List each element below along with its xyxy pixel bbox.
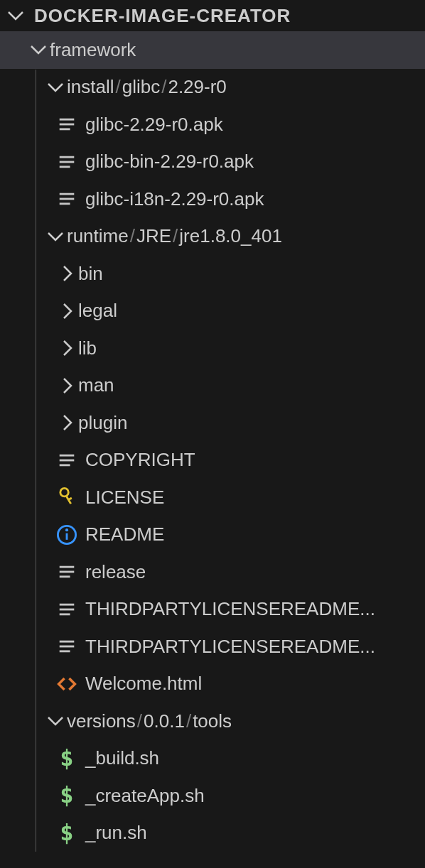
folder-label: plugin — [78, 412, 127, 434]
chevron-down-icon — [44, 710, 67, 732]
folder-install[interactable]: install/glibc/2.29-r0 — [0, 69, 425, 107]
info-icon — [55, 523, 78, 546]
path-separator: / — [173, 225, 178, 247]
file-item[interactable]: README — [0, 516, 425, 554]
chevron-right-icon — [55, 374, 78, 397]
file-item[interactable]: LICENSE — [0, 479, 425, 516]
file-item[interactable]: THIRDPARTYLICENSEREADME... — [0, 591, 425, 629]
code-icon — [55, 673, 78, 695]
file-item[interactable]: THIRDPARTYLICENSEREADME... — [0, 628, 425, 666]
file-label: README — [85, 523, 164, 546]
path-segment: 0.0.1 — [144, 710, 185, 732]
file-label: THIRDPARTYLICENSEREADME... — [85, 598, 375, 620]
chevron-right-icon — [55, 411, 78, 434]
text-file-icon — [55, 449, 78, 472]
path-segment: runtime — [67, 225, 129, 247]
shell-icon — [55, 822, 78, 845]
folder-label: framework — [50, 39, 136, 61]
path-segment: tools — [193, 710, 232, 732]
file-label: glibc-i18n-2.29-r0.apk — [85, 188, 264, 210]
text-file-icon — [55, 560, 78, 583]
root-label: DOCKER-IMAGE-CREATOR — [34, 5, 291, 27]
shell-icon — [55, 784, 78, 807]
file-item[interactable]: release — [0, 553, 425, 591]
file-label: COPYRIGHT — [85, 449, 195, 471]
file-label: glibc-bin-2.29-r0.apk — [85, 151, 254, 173]
file-label: LICENSE — [85, 487, 164, 509]
file-item[interactable]: glibc-bin-2.29-r0.apk — [0, 143, 425, 181]
folder-man[interactable]: man — [0, 367, 425, 405]
file-label: glibc-2.29-r0.apk — [85, 114, 223, 136]
chevron-right-icon — [55, 337, 78, 359]
path-separator: / — [137, 710, 142, 732]
text-file-icon — [55, 113, 78, 136]
path-segment: JRE — [136, 225, 171, 247]
text-file-icon — [55, 635, 78, 658]
file-item[interactable]: Welcome.html — [0, 666, 425, 703]
path-separator: / — [115, 76, 120, 98]
folder-label: bin — [78, 263, 103, 285]
file-item[interactable]: glibc-2.29-r0.apk — [0, 106, 425, 143]
file-label: _build.sh — [85, 747, 159, 769]
indent-guide — [36, 70, 36, 852]
path-segment: 2.29-r0 — [168, 76, 226, 98]
path-separator: / — [186, 710, 191, 732]
file-item[interactable]: COPYRIGHT — [0, 442, 425, 479]
file-item[interactable]: _build.sh — [0, 740, 425, 778]
folder-framework[interactable]: framework — [0, 31, 425, 69]
folder-legal[interactable]: legal — [0, 293, 425, 330]
folder-lib[interactable]: lib — [0, 330, 425, 367]
path-separator: / — [130, 225, 135, 247]
path-segment: install — [67, 76, 114, 98]
chevron-down-icon — [44, 76, 67, 99]
text-file-icon — [55, 151, 78, 173]
file-item[interactable]: _createApp.sh — [0, 777, 425, 815]
chevron-down-icon — [44, 225, 67, 248]
path-segment: glibc — [122, 76, 160, 98]
tree-root[interactable]: DOCKER-IMAGE-CREATOR — [0, 0, 425, 31]
path-segment: jre1.8.0_401 — [179, 225, 282, 247]
path-segment: versions — [67, 710, 136, 732]
key-icon — [55, 486, 78, 509]
shell-icon — [55, 747, 78, 770]
text-file-icon — [55, 598, 78, 621]
file-item[interactable]: glibc-i18n-2.29-r0.apk — [0, 180, 425, 218]
path-separator: / — [161, 76, 166, 98]
file-label: release — [85, 561, 146, 583]
folder-runtime[interactable]: runtime/JRE/jre1.8.0_401 — [0, 218, 425, 256]
folder-label: legal — [78, 300, 117, 322]
chevron-right-icon — [55, 262, 78, 285]
chevron-down-icon — [4, 4, 27, 27]
text-file-icon — [55, 188, 78, 210]
file-label: _createApp.sh — [85, 785, 205, 807]
file-item[interactable]: _run.sh — [0, 815, 425, 852]
file-label: THIRDPARTYLICENSEREADME... — [85, 636, 375, 658]
chevron-down-icon — [27, 38, 50, 61]
file-label: Welcome.html — [85, 673, 202, 695]
folder-bin[interactable]: bin — [0, 255, 425, 293]
folder-label: lib — [78, 337, 97, 359]
file-label: _run.sh — [85, 822, 147, 844]
folder-plugin[interactable]: plugin — [0, 404, 425, 442]
chevron-right-icon — [55, 300, 78, 322]
folder-label: man — [78, 374, 114, 396]
folder-versions[interactable]: versions/0.0.1/tools — [0, 702, 425, 740]
